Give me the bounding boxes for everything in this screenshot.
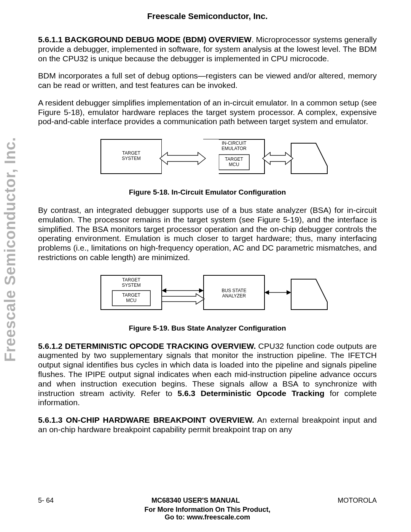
paragraph-5-6-1-1-b: BDM incorporates a full set of debug opt… [38,71,377,90]
svg-text:TARGET: TARGET [122,292,140,298]
page-footer: 5- 64 MC68340 USER'S MANUAL MOTOROLA For… [0,497,411,521]
page-header: Freescale Semiconductor, Inc. [38,11,377,21]
paragraph-5-6-1-1-d: By contrast, an integrated debugger supp… [38,206,377,262]
footer-more-info-1: For More Information On This Product, [38,506,377,514]
figure-5-19-caption: Figure 5-19. Bus State Analyzer Configur… [38,324,377,332]
figure-5-18: TARGET SYSTEM IN-CIRCUIT EMULATOR TARGET… [38,136,377,181]
svg-marker-23 [199,288,204,293]
section-title-5-6-1-3: 5.6.1.3 ON-CHIP HARDWARE BREAKPOINT OVER… [38,415,254,424]
svg-marker-26 [287,290,291,295]
svg-marker-25 [264,290,269,295]
footer-manual-title: MC68340 USER'S MANUAL [151,497,240,505]
svg-text:TARGET: TARGET [122,150,140,156]
svg-text:SYSTEM: SYSTEM [122,283,140,288]
section-title-5-6-1-2: 5.6.1.2 DETERMINISTIC OPCODE TRACKING OV… [38,342,256,350]
page-content: Freescale Semiconductor, Inc. 5.6.1.1 BA… [0,0,411,449]
footer-more-info-2: Go to: www.freescale.com [38,514,377,521]
svg-text:SYSTEM: SYSTEM [122,156,140,161]
paragraph-5-6-1-3: 5.6.1.3 ON-CHIP HARDWARE BREAKPOINT OVER… [38,415,377,435]
footer-brand: MOTOROLA [338,497,377,505]
section-title-5-6-1-1: 5.6.1.1 BACKGROUND DEBUG MODE (BDM) OVER… [38,35,252,44]
svg-text:ANALYZER: ANALYZER [222,293,246,299]
svg-marker-22 [162,288,166,293]
svg-text:MCU: MCU [229,162,239,167]
paragraph-5-6-1-1-c: A resident debugger simplifies implement… [38,98,377,126]
svg-text:TARGET: TARGET [225,157,243,162]
xref-5-6-3: 5.6.3 Deterministic Opcode Tracking [178,389,325,398]
svg-text:BUS STATE: BUS STATE [222,288,247,293]
svg-text:MCU: MCU [126,298,136,303]
figure-5-19: TARGET SYSTEM TARGET MCU BUS STATE ANALY… [38,272,377,317]
svg-text:IN-CIRCUIT: IN-CIRCUIT [222,141,247,146]
paragraph-5-6-1-1-a: 5.6.1.1 BACKGROUND DEBUG MODE (BDM) OVER… [38,35,377,63]
footer-page-number: 5- 64 [38,497,54,505]
svg-text:TARGET: TARGET [122,277,140,283]
figure-5-18-caption: Figure 5-18. In-Circuit Emulator Configu… [38,188,377,197]
paragraph-5-6-1-2: 5.6.1.2 DETERMINISTIC OPCODE TRACKING OV… [38,342,377,407]
svg-text:EMULATOR: EMULATOR [221,146,247,151]
